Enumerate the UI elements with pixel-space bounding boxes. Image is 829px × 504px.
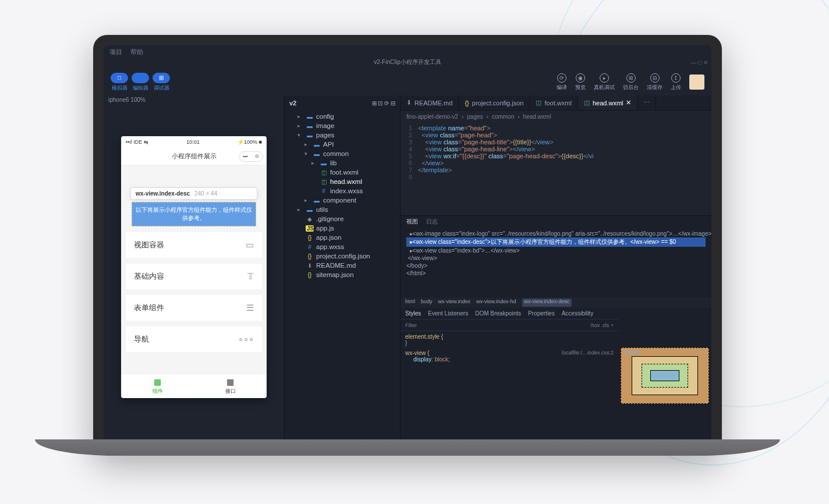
action-真机调试[interactable]: ▸真机调试 [594, 73, 615, 91]
tree-item-project.config.json[interactable]: {}project.config.json [287, 251, 398, 261]
device-selector[interactable]: iphone6 100% [104, 95, 284, 107]
list-item[interactable]: 表单组件☰ [126, 295, 262, 321]
phone-navbar: 小程序组件展示 •••⊙ [121, 148, 267, 165]
breadcrumb[interactable]: fino-applet-demo-v2 › pages › common › h… [401, 111, 711, 122]
tab-head.wxml[interactable]: ◫head.wxml ✕ [578, 95, 638, 110]
styles-tab-DOM Breakpoints[interactable]: DOM Breakpoints [475, 310, 521, 317]
tree-item-pages[interactable]: ▾▬pages [287, 130, 398, 140]
tree-item-app.json[interactable]: {}app.json [287, 233, 398, 242]
action-清缓存[interactable]: ⊟清缓存 [647, 73, 663, 91]
styles-tab-Accessibility[interactable]: Accessibility [562, 310, 593, 317]
action-上传[interactable]: ↥上传 [671, 73, 681, 91]
window-title: v2-FinCIip小程序开发工具 — □ ✕ [104, 58, 711, 69]
box-model: margin10 border padding 240 × 44 [618, 308, 711, 443]
styles-filter[interactable]: Filter [405, 322, 417, 328]
phone-simulator: ••ıl IDE ⇆ 10:01 ⚡100% ■ 小程序组件展示 •••⊙ wx… [121, 136, 267, 398]
menu-help[interactable]: 帮助 [130, 48, 143, 56]
dom-panel[interactable]: ▸<wx-image class="index-logo" src="../re… [401, 228, 711, 297]
list-item[interactable]: 导航∘∘∘ [126, 326, 262, 352]
tree-item-utils[interactable]: ▸▬utils [287, 205, 398, 214]
simulator-pane: iphone6 100% ••ıl IDE ⇆ 10:01 ⚡100% ■ 小程… [104, 95, 284, 443]
avatar[interactable] [689, 74, 704, 90]
explorer-actions[interactable]: ⊞ ⊡ ⟳ ⊟ [372, 100, 395, 107]
tree-item-image[interactable]: ▸▬image [287, 121, 398, 130]
explorer-header: v2 ⊞ ⊡ ⟳ ⊟ [285, 95, 400, 111]
inspector-tooltip: wx-view.index-desc 240 × 44 [130, 187, 257, 200]
dom-breadcrumb[interactable]: htmlbodywx-view.indexwx-view.index-hdwx-… [401, 297, 711, 308]
ide-screen: 项目 帮助 v2-FinCIip小程序开发工具 — □ ✕ □模拟器编辑器⊞调试… [104, 45, 711, 443]
window-controls[interactable]: — □ ✕ [690, 59, 708, 66]
laptop-frame: 项目 帮助 v2-FinCIip小程序开发工具 — □ ✕ □模拟器编辑器⊞调试… [93, 35, 722, 454]
editor-tabs: ⬇README.md{}project.config.json◫foot.wxm… [401, 95, 711, 111]
styles-tab-Properties[interactable]: Properties [528, 310, 555, 317]
menu-project[interactable]: 项目 [109, 48, 122, 56]
tab-foot.wxml[interactable]: ◫foot.wxml [530, 95, 578, 110]
menubar: 项目 帮助 [104, 45, 711, 58]
tree-item-config[interactable]: ▸▬config [287, 112, 398, 121]
tree-item-.gitignore[interactable]: ◆.gitignore [287, 214, 398, 223]
file-explorer: v2 ⊞ ⊡ ⟳ ⊟ ▸▬config▸▬image▾▬pages▸▬API▾▬… [284, 95, 401, 443]
styles-rules[interactable]: element.style {}</span><div class="st-se… [401, 331, 618, 368]
tree-item-index.wxss[interactable]: #index.wxss [287, 186, 398, 196]
code-editor[interactable]: 1<template name="head">2 <view class="pa… [401, 122, 711, 215]
toolbar-编辑器[interactable]: 编辑器 [132, 73, 149, 92]
tree-item-app.wxss[interactable]: #app.wxss [287, 242, 398, 251]
tree-item-head.wxml[interactable]: ◫head.wxml [287, 177, 398, 186]
highlighted-element[interactable]: 以下将展示小程序官方组件能力，组件样式仅供参考。 [132, 202, 256, 226]
styles-toggles[interactable]: :hov .cls + [590, 322, 614, 328]
tree-item-foot.wxml[interactable]: ◫foot.wxml [287, 168, 398, 177]
phone-tab-组件[interactable]: ▦组件 [121, 374, 194, 398]
tree-item-lib[interactable]: ▸▬lib [287, 158, 398, 168]
toolbar: □模拟器编辑器⊞调试器 ⟳编译◉预览▸真机调试⊞切后台⊟清缓存↥上传 [104, 69, 711, 95]
editor-pane: ⬇README.md{}project.config.json◫foot.wxm… [401, 95, 711, 443]
tree-item-API[interactable]: ▸▬API [287, 140, 398, 149]
toolbar-调试器[interactable]: ⊞调试器 [153, 73, 170, 92]
action-编译[interactable]: ⟳编译 [557, 73, 567, 91]
tab-project.config.json[interactable]: {}project.config.json [459, 95, 530, 110]
devtools-tab-视图[interactable]: 视图 [406, 218, 418, 226]
toolbar-模拟器[interactable]: □模拟器 [111, 73, 128, 92]
list-item[interactable]: 视图容器▭ [126, 232, 262, 258]
devtools-tab-日志[interactable]: 日志 [426, 218, 438, 226]
phone-statusbar: ••ıl IDE ⇆ 10:01 ⚡100% ■ [121, 136, 267, 148]
phone-tab-接口[interactable]: ▦接口 [194, 374, 267, 398]
list-item[interactable]: 基础内容𝕋 [126, 264, 262, 289]
tab-README.md[interactable]: ⬇README.md [401, 95, 459, 110]
tree-item-app.js[interactable]: JSapp.js [287, 223, 398, 233]
action-预览[interactable]: ◉预览 [575, 73, 586, 91]
tab-more[interactable]: ⋯ [637, 95, 656, 110]
laptop-base [35, 439, 780, 456]
tree-item-component[interactable]: ▸▬component [287, 196, 398, 205]
phone-tabbar: ▦组件▦接口 [121, 374, 267, 398]
tree-item-common[interactable]: ▾▬common [287, 149, 398, 158]
devtools: 视图日志 ▸<wx-image class="index-logo" src="… [401, 215, 711, 443]
action-切后台[interactable]: ⊞切后台 [623, 73, 639, 91]
capsule-menu[interactable]: •••⊙ [239, 151, 263, 162]
styles-tab-Styles[interactable]: Styles [405, 310, 421, 317]
tree-item-sitemap.json[interactable]: {}sitemap.json [287, 270, 398, 279]
tree-item-README.md[interactable]: ⬇README.md [287, 261, 398, 270]
styles-tab-Event Listeners[interactable]: Event Listeners [428, 310, 468, 317]
